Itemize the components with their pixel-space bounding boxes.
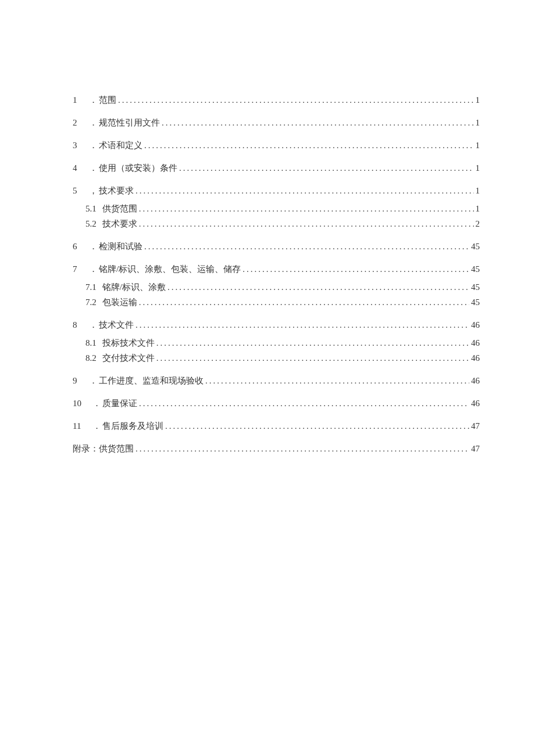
toc-title: 检测和试验 [99,239,142,253]
toc-leader-dots: ........................................… [179,161,474,175]
toc-entry-1: 1 ． 范围 .................................… [73,93,480,107]
toc-page-number: 1 [476,138,480,152]
toc-separator: ． [89,374,98,388]
toc-leader-dots: ........................................… [139,396,469,410]
toc-sub-number: 8.2 [85,351,97,365]
toc-sub-number: 7.2 [85,295,97,309]
toc-number: 11 [73,419,92,433]
toc-page-number: 2 [476,217,480,231]
toc-number: 6 [73,239,89,253]
toc-title: 技术要求 [102,217,137,231]
toc-page-number: 1 [476,116,480,130]
toc-separator: ． [89,116,98,130]
toc-sub-number: 8.1 [85,336,97,350]
toc-number: 1 [73,93,89,107]
toc-sub-number: 5.2 [85,217,97,231]
toc-title: 技术要求 [99,184,134,198]
toc-page-number: 45 [471,295,480,309]
toc-leader-dots: ........................................… [242,262,469,276]
toc-separator: ． [89,93,98,107]
toc-leader-dots: ........................................… [165,419,469,433]
toc-title: 范围 [99,93,116,107]
toc-leader-dots: ........................................… [118,93,474,107]
toc-separator: ． [89,262,98,276]
toc-title: 铭牌/标识、涂敷、包装、运输、储存 [99,262,241,276]
toc-leader-dots: ........................................… [156,351,469,365]
toc-page-number: 45 [471,239,480,253]
table-of-contents: 1 ． 范围 .................................… [73,93,480,456]
toc-entry-5: 5 ， 技术要求 ...............................… [73,184,480,198]
toc-number: 4 [73,161,89,175]
toc-page-number: 46 [471,351,480,365]
toc-number: 2 [73,116,89,130]
toc-page-number: 47 [471,442,480,456]
toc-leader-dots: ........................................… [135,442,469,456]
toc-entry-3: 3 ． 术语和定义 ..............................… [73,138,480,152]
toc-page-number: 45 [471,262,480,276]
toc-title: 技术文件 [99,318,134,332]
toc-leader-dots: ........................................… [135,318,469,332]
toc-leader-dots: ........................................… [139,217,474,231]
toc-page-number: 1 [476,202,480,216]
toc-title: 规范性引用文件 [99,116,160,130]
toc-entry-2: 2 ． 规范性引用文件 ............................… [73,116,480,130]
toc-page-number: 46 [471,336,480,350]
toc-page-number: 1 [476,161,480,175]
toc-leader-dots: ........................................… [167,280,469,294]
toc-separator: ． [89,161,98,175]
toc-number: 3 [73,138,89,152]
toc-entry-5-1: 5.1 供货范围 ...............................… [73,202,480,216]
toc-title: 投标技术文件 [102,336,155,350]
toc-leader-dots: ........................................… [205,374,469,388]
appendix-label: 附录： [73,442,99,456]
toc-entry-5-2: 5.2 技术要求 ...............................… [73,217,480,231]
toc-separator: ， [89,184,98,198]
toc-entry-appendix: 附录： 供货范围 ...............................… [73,442,480,456]
toc-entry-8-2: 8.2 交付技术文件 .............................… [73,351,480,365]
toc-entry-4: 4 ． 使用（或安装）条件 ..........................… [73,161,480,175]
toc-leader-dots: ........................................… [135,184,474,198]
toc-sub-group-7: 7.1 铭牌/标识、涂敷 ...........................… [73,280,480,309]
toc-title: 使用（或安装）条件 [99,161,177,175]
toc-page-number: 47 [471,419,480,433]
toc-sub-number: 7.1 [85,280,97,294]
toc-entry-9: 9 ． 工作进度、监造和现场验收 .......................… [73,374,480,388]
toc-entry-7-1: 7.1 铭牌/标识、涂敷 ...........................… [73,280,480,294]
toc-entry-11: 11 ． 售后服务及培训 ...........................… [73,419,480,433]
toc-number: 9 [73,374,89,388]
toc-page-number: 46 [471,374,480,388]
toc-title: 质量保证 [102,396,137,410]
toc-entry-8: 8 ． 技术文件 ...............................… [73,318,480,332]
toc-sub-group-8: 8.1 投标技术文件 .............................… [73,336,480,365]
toc-number: 8 [73,318,89,332]
toc-leader-dots: ........................................… [139,295,469,309]
toc-separator: ． [92,396,101,410]
toc-title: 售后服务及培训 [102,419,163,433]
toc-entry-7-2: 7.2 包装运输 ...............................… [73,295,480,309]
toc-leader-dots: ........................................… [156,336,469,350]
toc-entry-6: 6 ． 检测和试验 ..............................… [73,239,480,253]
toc-title: 铭牌/标识、涂敷 [102,280,166,294]
toc-number: 10 [73,396,92,410]
toc-page-number: 1 [476,93,480,107]
toc-separator: ． [89,239,98,253]
toc-entry-10: 10 ． 质量保证 ..............................… [73,396,480,410]
toc-page-number: 1 [476,184,480,198]
toc-number: 7 [73,262,89,276]
toc-title: 供货范围 [102,202,137,216]
toc-leader-dots: ........................................… [144,138,474,152]
toc-sub-number: 5.1 [85,202,97,216]
toc-entry-8-1: 8.1 投标技术文件 .............................… [73,336,480,350]
toc-title: 包装运输 [102,295,137,309]
toc-title: 工作进度、监造和现场验收 [99,374,204,388]
toc-sub-group-5: 5.1 供货范围 ...............................… [73,202,480,231]
toc-leader-dots: ........................................… [144,239,469,253]
toc-title: 术语和定义 [99,138,142,152]
toc-separator: ． [89,138,98,152]
toc-title: 交付技术文件 [102,351,155,365]
toc-entry-7: 7 ． 铭牌/标识、涂敷、包装、运输、储存 ..................… [73,262,480,276]
toc-leader-dots: ........................................… [139,202,474,216]
toc-separator: ． [92,419,101,433]
toc-page-number: 46 [471,318,480,332]
toc-page-number: 45 [471,280,480,294]
